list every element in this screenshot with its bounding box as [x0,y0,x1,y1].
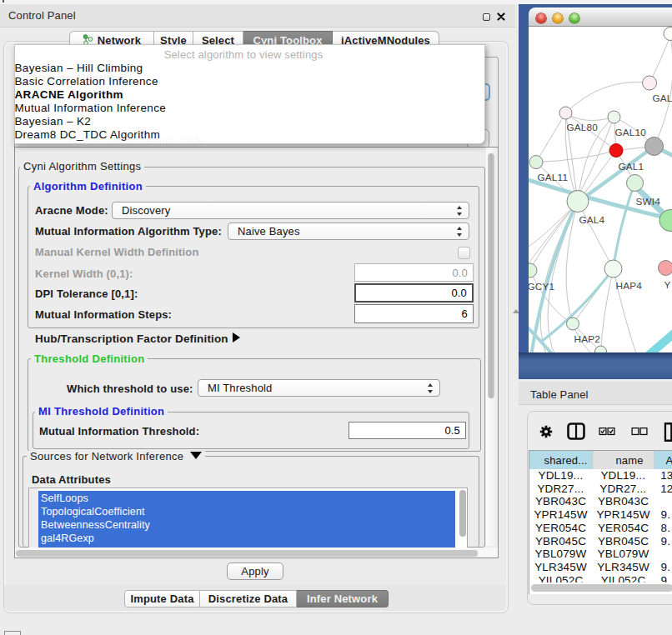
svg-text:GAL1: GAL1 [618,160,644,172]
svg-text:GAL4: GAL4 [579,213,604,225]
svg-text:SWI4: SWI4 [635,195,660,207]
svg-text:Y: Y [664,278,670,290]
svg-text:GAL: GAL [652,92,672,103]
svg-text:GAL10: GAL10 [614,126,646,138]
svg-text:GAL11: GAL11 [537,171,568,182]
svg-text:GAL80: GAL80 [566,121,598,132]
svg-text:GCY1: GCY1 [529,280,554,292]
svg-text:HAP2: HAP2 [574,332,599,344]
svg-text:HAP4: HAP4 [615,279,642,291]
